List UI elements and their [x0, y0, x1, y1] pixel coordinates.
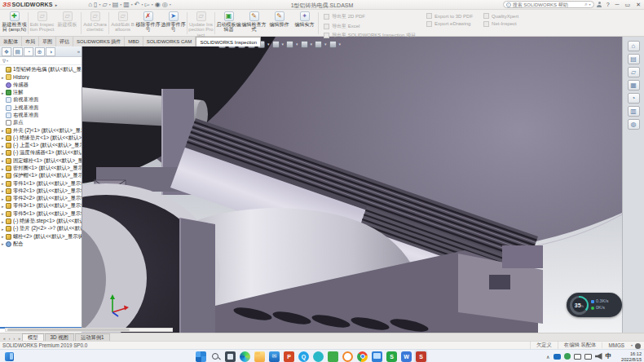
new-document-icon[interactable]: ▯	[94, 2, 97, 8]
ime-indicator[interactable]: 中	[606, 352, 612, 360]
dropdown-caret-icon[interactable]: ▾	[267, 42, 270, 46]
launch-template-editor-button[interactable]: ▣启动模板编辑器	[216, 11, 241, 36]
displaymanager-tab[interactable]: ◑	[46, 47, 55, 56]
forum-icon[interactable]: ◍	[628, 119, 640, 130]
tree-item-annotations[interactable]: ▸注解	[0, 89, 82, 96]
tree-item-seal-ring[interactable]: ▸密封圈<1> (默认<<默认>_显示状态	[0, 165, 82, 172]
dropdown-caret-icon[interactable]: ▾	[282, 42, 285, 46]
select-balloon-button[interactable]: ➤选择零件序号	[161, 11, 186, 36]
edit-inspection-project-button[interactable]: ▱Edit Inspection Project	[29, 11, 55, 36]
touch-keyboard-icon[interactable]	[584, 354, 592, 360]
qualityxpert-command[interactable]: QualityXpert	[483, 13, 518, 19]
export-edrawing-command[interactable]: Export eDrawing	[426, 21, 473, 27]
security-icon[interactable]	[564, 353, 571, 360]
task-view-taskbar-icon[interactable]	[225, 351, 236, 362]
tab-sketch[interactable]: 草图	[39, 37, 56, 46]
app-cyan-taskbar-icon[interactable]	[313, 351, 324, 362]
tree-filter-bar[interactable]: ∇ ▾	[0, 57, 82, 65]
minimize-button[interactable]: ─	[614, 2, 621, 7]
file-explorer-icon[interactable]: ▱	[628, 67, 640, 77]
volume-icon[interactable]	[595, 353, 602, 360]
add-characteristic-button[interactable]: ▱Add Characteristic	[82, 11, 108, 36]
tab-mbd[interactable]: MBD	[125, 37, 143, 46]
display-style-icon[interactable]	[272, 41, 280, 48]
app-orange-ring-taskbar-icon[interactable]	[342, 351, 353, 362]
tree-item-mates[interactable]: ▸配合	[0, 241, 82, 248]
search-dropdown-caret-icon[interactable]: ▾	[589, 2, 591, 7]
tree-item-part3[interactable]: ▸零件3<1> (默认<<默认>_显示状态	[0, 202, 82, 210]
horizontal-scrollbar[interactable]	[5, 328, 173, 332]
dropdown-caret-icon[interactable]: ▾	[109, 2, 111, 7]
mail-taskbar-icon[interactable]: ✉	[269, 351, 280, 362]
dropdown-caret-icon[interactable]: ▾	[120, 2, 121, 7]
export-2d-pdf-command[interactable]: 导出至 2D PDF	[324, 13, 416, 20]
help-button[interactable]: ?	[605, 2, 611, 7]
status-options-icon[interactable]	[635, 343, 641, 349]
print-icon[interactable]: ▥	[123, 2, 130, 8]
undo-icon[interactable]: ↶	[135, 2, 140, 8]
save-icon[interactable]: ▤	[112, 2, 119, 8]
app-green-s-taskbar-icon[interactable]: S	[386, 351, 397, 362]
app-orange-taskbar-icon[interactable]: P	[284, 351, 294, 362]
tree-item-sensors[interactable]: 传感器	[0, 82, 82, 89]
net-inspect-command[interactable]: Net-Inspect	[483, 21, 518, 27]
app-blue-taskbar-icon[interactable]: Q	[298, 351, 309, 362]
appearances-scenes-icon[interactable]: ◔	[628, 93, 640, 104]
home-icon[interactable]: ⌂	[88, 2, 92, 8]
menu-expand-arrow-icon[interactable]: ▸	[55, 2, 58, 7]
update-inspection-project-button[interactable]: ▱Update Inspection Project	[188, 11, 214, 36]
chrome-taskbar-icon[interactable]	[357, 351, 368, 362]
remote-desktop-taskbar-icon[interactable]	[372, 351, 382, 362]
dropdown-caret-icon[interactable]: ▾	[152, 2, 153, 7]
export-excel-command[interactable]: 导出至 Excel	[324, 23, 416, 30]
propertymanager-tab[interactable]: ▤	[13, 47, 23, 56]
edit-inspection-method-button[interactable]: ✎编辑检查方式	[241, 11, 267, 36]
tab-solidworks-inspection[interactable]: SOLIDWORKS Inspection	[196, 37, 261, 46]
tree-item-part5[interactable]: ▸零件5<1> (默认<<默认>_显示状态	[0, 210, 82, 218]
edit-appearance-icon[interactable]	[301, 41, 308, 48]
tree-item-insulation-gasket[interactable]: ▸(-) 绝缘垫片<1> (默认<<默认>_显	[0, 135, 82, 142]
help-search-box[interactable]: i ⌕ ▾	[503, 1, 594, 8]
tree-item-insulation-step[interactable]: ▸(-) 绝缘垫.step<1> (默认<<默认>	[0, 218, 82, 225]
model-tab-motion-study[interactable]: 运动算例1	[75, 333, 110, 341]
tree-item-temperature-sensor[interactable]: ▸(-) 温度传感器<1> (默认<<默认>_	[0, 149, 82, 157]
tray-chevron-up-icon[interactable]: ∧	[546, 354, 549, 360]
tree-item-part2-1[interactable]: ▸零件2<1> (默认<<默认>_显示状态	[0, 188, 82, 195]
app-green-taskbar-icon[interactable]	[328, 351, 338, 362]
add-edit-balloons-button[interactable]: ▱Add/Edit Balloons	[110, 11, 135, 36]
tree-item-right-plane[interactable]: 右视基准面	[0, 112, 82, 119]
help-search-input[interactable]	[513, 2, 584, 7]
widgets-button[interactable]	[5, 352, 14, 361]
solidworks-resources-icon[interactable]: ⌂	[628, 41, 640, 51]
dimxpertmanager-tab[interactable]: ⊕	[35, 47, 45, 56]
input-method-icon[interactable]	[574, 354, 581, 360]
tree-item-top-cover[interactable]: ▸(-) 上盖<1> (默认<<默认>_显示状	[0, 142, 82, 149]
tab-layout[interactable]: 布局	[22, 37, 39, 46]
hide-show-items-icon[interactable]	[286, 41, 293, 48]
tree-item-fixing-bolt[interactable]: ▸固定螺栓<1> (默认<<默认>_显示	[0, 157, 82, 165]
tree-item-protective-cap[interactable]: ▸保护帽<1> (默认<<默认>_显示状态	[0, 172, 82, 179]
featuremanager-design-tree-tab[interactable]: ❖	[2, 47, 11, 56]
onedrive-icon[interactable]	[554, 354, 561, 360]
search-icon[interactable]: ⌕	[584, 2, 587, 7]
dropdown-caret-icon[interactable]: ▾	[99, 2, 100, 7]
custom-properties-icon[interactable]: ▥	[628, 106, 640, 117]
tree-item-part2-2[interactable]: ▸零件2<2> (默认<<默认>_显示状态	[0, 195, 82, 202]
screen-recorder-overlay[interactable]: 35% 0.3K/s 0K/s	[567, 293, 622, 317]
view-settings-icon[interactable]	[329, 41, 337, 48]
tree-item-part1[interactable]: ▸零件1<1> (默认<<默认>_显示状态	[0, 179, 82, 187]
remove-balloon-button[interactable]: ✗移除零件序号	[135, 11, 161, 36]
tree-item-shell[interactable]: ▸外壳 (2)<1> (默认<<默认>_显示状	[0, 126, 82, 134]
dropdown-caret-icon[interactable]: ▾	[170, 2, 171, 7]
tree-item-bolt2[interactable]: ▸螺栓<2> (默认<<默认>_显示状态	[0, 233, 82, 241]
filter-funnel-icon[interactable]: ∇	[2, 58, 6, 64]
tree-item-gasket2[interactable]: ▸(-) 垫片 (2)<2> ->? (默认<<默认>	[0, 225, 82, 232]
export-3d-pdf-command[interactable]: Export to 3D PDF	[426, 13, 473, 19]
model-tab-3d-views[interactable]: 3D 视图	[45, 333, 74, 341]
view-palette-icon[interactable]: ▦	[628, 80, 640, 90]
rebuild-icon[interactable]: ◉	[155, 2, 161, 8]
scrollbar-thumb[interactable]	[7, 329, 130, 331]
model-tab-model[interactable]: 模型	[22, 333, 44, 341]
edit-operation-button[interactable]: ✎编辑操作	[267, 11, 292, 36]
close-button[interactable]: ✕	[634, 2, 642, 7]
